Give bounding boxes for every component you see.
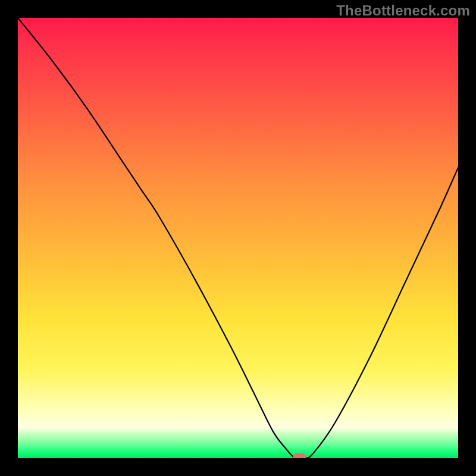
plot-area xyxy=(18,18,458,458)
curve-layer xyxy=(18,18,458,458)
chart-frame: TheBottleneck.com xyxy=(0,0,476,476)
optimal-point-marker xyxy=(293,453,306,458)
watermark-label: TheBottleneck.com xyxy=(336,2,470,19)
bottleneck-curve xyxy=(18,18,458,458)
